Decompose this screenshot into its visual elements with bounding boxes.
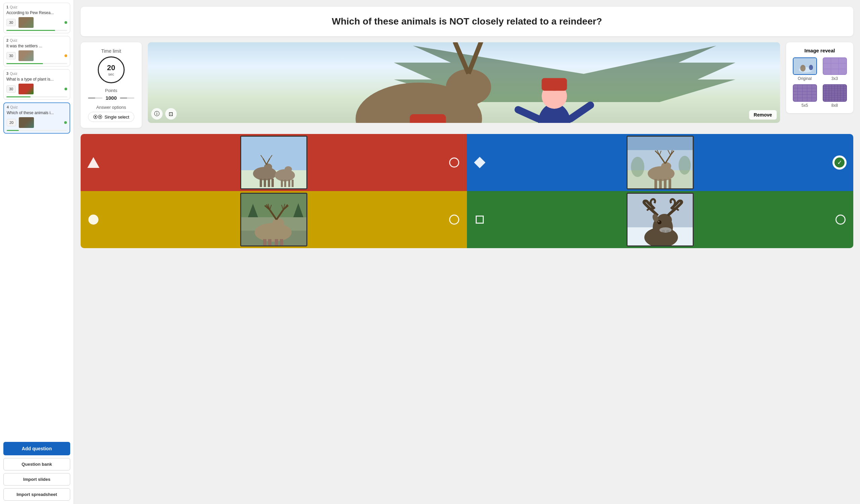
svg-rect-50 [664,179,666,188]
image-edit-button[interactable]: ⊡ [165,108,177,120]
svg-point-28 [253,167,276,180]
quiz-label-1: Quiz [10,5,17,9]
question-title-card: Which of these animals is NOT closely re… [81,7,853,36]
answer-grid: ✓ [81,134,853,248]
svg-point-24 [809,65,813,70]
svg-point-47 [661,162,671,170]
main-image: ⓘ ⊡ Remove [148,42,780,123]
svg-rect-68 [263,239,267,247]
svg-rect-32 [268,179,270,187]
import-slides-button[interactable]: Import slides [3,473,70,486]
svg-rect-51 [669,179,671,188]
answer-cell-3[interactable] [81,191,467,248]
reveal-thumb-8x8 [823,84,847,102]
correct-check-icon: ✓ [832,155,847,169]
single-select-label: Single select [104,115,129,120]
svg-rect-14 [410,114,446,123]
answer-cell-2[interactable]: ✓ [467,134,853,191]
reveal-label-8x8: 8x8 [831,103,838,108]
reveal-label-5x5: 5x5 [802,103,808,108]
answer-image-2 [627,136,694,189]
quiz-timer-1: 30 [6,19,16,26]
svg-rect-31 [264,179,266,187]
quiz-timer-2: 30 [6,52,16,59]
svg-rect-30 [260,179,262,187]
question-bank-button[interactable]: Question bank [3,458,70,471]
answer-image-4 [627,193,694,247]
svg-rect-69 [268,239,271,247]
svg-line-11 [468,42,482,74]
svg-rect-7 [455,96,477,123]
sidebar-item-3[interactable]: 3 Quiz What is a type of plant is... 30 [3,69,70,100]
progress-dot-1 [64,21,67,24]
points-slider-row: 1000 [88,95,134,101]
time-circle[interactable]: 20 sec [98,56,125,83]
reveal-thumb-original [793,57,817,75]
answer-cell-4[interactable] [467,191,853,248]
quiz-thumb-3 [18,84,33,94]
single-select-button[interactable]: ⦿⦿ Single select [88,112,134,122]
svg-rect-60 [628,137,694,150]
reveal-option-original[interactable]: Original [791,57,818,81]
svg-rect-70 [275,239,278,247]
remove-button[interactable]: Remove [749,110,777,120]
triangle-shape [87,157,99,168]
points-slider-right[interactable] [120,98,134,99]
main-image-area: ⓘ ⊡ Remove [148,42,780,123]
checkmark: ✓ [833,157,846,168]
svg-point-92 [657,220,661,224]
sidebar-item-1[interactable]: 1 Quiz According to Pew Resea... 30 [3,3,70,33]
svg-point-67 [272,218,284,228]
info-button[interactable]: ⓘ [151,108,162,120]
quiz-number-1: 1 [6,5,9,9]
svg-line-19 [518,110,538,119]
import-spreadsheet-button[interactable]: Import spreadsheet [3,488,70,501]
quiz-title-2: It was the settlers ... [6,44,67,48]
svg-line-20 [570,105,590,119]
quiz-thumb-4 [19,117,34,128]
progress-bar-3 [6,97,31,98]
svg-point-62 [678,156,691,175]
image-overlay-buttons: ⓘ ⊡ [151,108,177,120]
add-question-button[interactable]: Add question [3,442,70,455]
svg-point-93 [658,221,659,222]
progress-bar-4 [7,130,19,131]
quiz-number-2: 2 [6,38,9,42]
svg-point-95 [659,227,672,233]
reveal-option-5x5[interactable]: 5x5 [791,84,818,108]
reveal-option-3x3[interactable]: 3x3 [821,57,848,81]
svg-point-46 [648,166,675,181]
svg-rect-48 [655,179,657,188]
answer-image-3 [240,193,307,247]
svg-rect-33 [271,179,274,187]
svg-rect-26 [241,137,307,170]
sidebar-item-4[interactable]: 4 Quiz Which of these animals i... 20 [3,102,70,134]
answer-options-label: Answer options [88,105,134,110]
answer-cell-1[interactable] [81,134,467,191]
square-shape [474,213,486,226]
progress-dot-3 [64,88,67,90]
question-title: Which of these animals is NOT closely re… [91,16,843,27]
quiz-title-1: According to Pew Resea... [6,11,67,15]
sidebar-item-2[interactable]: 2 Quiz It was the settlers ... 30 [3,36,70,66]
quiz-label-3: Quiz [10,72,17,76]
svg-line-8 [455,42,468,74]
circle-outline-right-3 [448,213,460,226]
svg-rect-42 [288,180,290,187]
reveal-thumb-5x5 [793,84,817,102]
svg-rect-41 [284,180,286,187]
time-limit-label: Time limit [88,48,134,54]
progress-bar-2 [6,63,43,64]
controls-row: Time limit 20 sec Points 1000 Answer opt… [81,42,853,128]
circle-shape-left-3 [87,213,99,226]
progress-bar-1 [6,30,55,31]
diamond-shape [474,157,486,168]
people-icon: ⦿⦿ [93,114,102,120]
points-slider[interactable] [88,98,102,99]
quiz-number-3: 3 [6,72,9,76]
image-reveal-panel: Image reveal Original [786,42,853,113]
info-icon: ⓘ [154,110,160,118]
answer-image-1 [240,136,307,189]
circle-shape-right-1 [448,157,460,168]
reveal-option-8x8[interactable]: 8x8 [821,84,848,108]
